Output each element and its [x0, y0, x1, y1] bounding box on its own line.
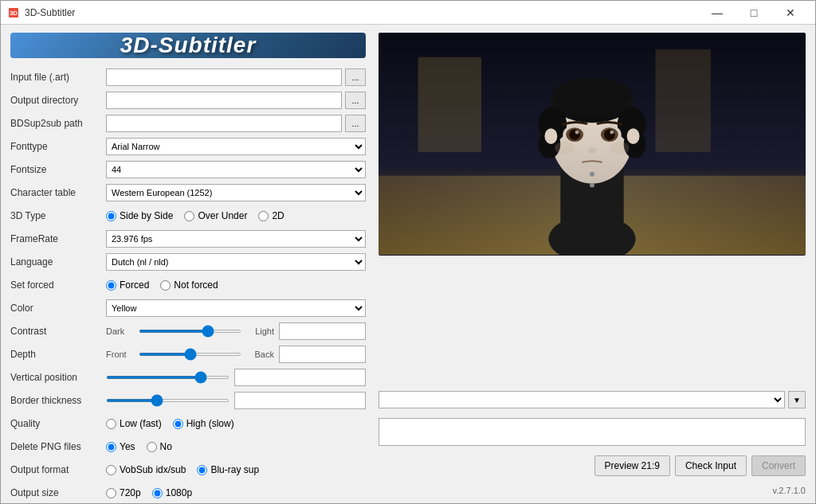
char-table-select[interactable]: Western European (1252) UTF-8: [106, 184, 366, 201]
char-table-row: Character table Western European (1252) …: [10, 183, 366, 202]
contrast-light-label: Light: [246, 326, 274, 336]
depth-label: Depth: [10, 349, 106, 360]
720p-label: 720p: [120, 487, 141, 498]
check-input-button[interactable]: Check Input: [675, 455, 747, 476]
bdsup2sub-input[interactable]: C:\Users\ \Downloads\3DSubtit: [106, 115, 342, 132]
output-dir-input[interactable]: [106, 92, 342, 109]
bluray-radio[interactable]: [197, 465, 207, 475]
preview-button[interactable]: Preview 21:9: [594, 455, 670, 476]
svg-text:3D: 3D: [10, 10, 18, 17]
quality-row: Quality Low (fast) High (slow): [10, 414, 366, 433]
border-thickness-value[interactable]: 5: [234, 392, 366, 409]
fontsize-select[interactable]: 44 32 36 40 48: [106, 161, 366, 178]
svg-point-30: [590, 183, 594, 188]
input-file-input[interactable]: [106, 68, 342, 86]
forced-radio[interactable]: [106, 280, 116, 291]
depth-slider[interactable]: [139, 353, 241, 356]
1080p-radio[interactable]: [152, 488, 163, 498]
bluray-option[interactable]: Blu-ray sup: [197, 464, 259, 475]
delete-yes-label: Yes: [120, 441, 135, 452]
fonttype-row: Fonttype Arial Narrow Arial Times New Ro…: [10, 137, 366, 156]
quality-low-radio[interactable]: [106, 419, 116, 429]
output-format-control: VobSub idx/sub Blu-ray sup: [106, 464, 366, 475]
720p-radio[interactable]: [106, 488, 116, 498]
output-format-label: Output format: [10, 464, 106, 475]
border-thickness-control: 5: [106, 392, 366, 409]
maximize-button[interactable]: □: [736, 1, 772, 25]
framerate-select[interactable]: 23.976 fps 24 fps 25 fps 29.97 fps: [106, 230, 366, 248]
char-table-label: Character table: [10, 187, 106, 198]
forced-option[interactable]: Forced: [106, 279, 149, 291]
depth-row: Depth Front Back 0: [10, 345, 366, 364]
main-content: 3D-Subtitler Input file (.art) ... Outpu…: [1, 25, 815, 503]
bdsup2sub-browse[interactable]: ...: [345, 115, 366, 132]
vertical-pos-value[interactable]: 868: [234, 369, 366, 386]
vertical-pos-slider[interactable]: [106, 376, 230, 379]
side-by-side-label: Side by Side: [120, 210, 173, 221]
depth-value[interactable]: 0: [279, 346, 366, 363]
contrast-value[interactable]: 100: [279, 322, 366, 340]
720p-option[interactable]: 720p: [106, 487, 141, 498]
fonttype-label: Fonttype: [10, 141, 106, 152]
vobsub-option[interactable]: VobSub idx/sub: [106, 464, 186, 475]
output-dir-label: Output directory: [10, 95, 106, 106]
quality-high-label: High (slow): [186, 418, 234, 429]
input-file-browse[interactable]: ...: [345, 68, 366, 86]
quality-high-radio[interactable]: [173, 419, 183, 429]
dropdown-arrow[interactable]: ▼: [788, 391, 806, 408]
delete-no-radio[interactable]: [147, 442, 157, 452]
color-label: Color: [10, 303, 106, 314]
border-thickness-slider[interactable]: [106, 399, 230, 402]
language-select[interactable]: Dutch (nl / nld) English French: [106, 253, 366, 271]
bdsup2sub-label: BDSup2sub path: [10, 118, 106, 129]
not-forced-radio[interactable]: [160, 280, 171, 291]
bdsup2sub-row: BDSup2sub path C:\Users\ \Downloads\3DSu…: [10, 114, 366, 133]
delete-yes-option[interactable]: Yes: [106, 441, 135, 452]
not-forced-option[interactable]: Not forced: [160, 279, 218, 291]
over-under-radio[interactable]: [184, 211, 194, 221]
right-lower: ▼ Preview 21:9 Check Input Convert v.2.7…: [379, 256, 806, 495]
2d-option[interactable]: 2D: [258, 210, 284, 221]
svg-rect-5: [655, 49, 710, 152]
side-by-side-option[interactable]: Side by Side: [106, 210, 173, 221]
2d-radio[interactable]: [258, 211, 269, 221]
delete-no-label: No: [160, 441, 172, 452]
delete-no-option[interactable]: No: [147, 441, 172, 452]
contrast-slider[interactable]: [139, 330, 241, 333]
quality-label: Quality: [10, 418, 106, 429]
input-file-row: Input file (.art) ...: [10, 68, 366, 87]
minimize-button[interactable]: —: [699, 1, 736, 25]
output-dir-browse[interactable]: ...: [345, 92, 366, 109]
border-thickness-label: Border thickness: [10, 395, 106, 406]
version-text: v.2.7.1.0: [773, 486, 806, 495]
color-select[interactable]: Yellow White Green Red: [106, 299, 366, 317]
svg-point-29: [590, 172, 594, 177]
forced-label: Forced: [120, 279, 149, 291]
close-button[interactable]: ✕: [772, 1, 809, 25]
1080p-option[interactable]: 1080p: [152, 487, 192, 498]
left-panel: 3D-Subtitler Input file (.art) ... Outpu…: [1, 25, 375, 503]
vertical-pos-label: Vertical position: [10, 372, 106, 383]
output-dir-control: ...: [106, 92, 366, 109]
quality-low-option[interactable]: Low (fast): [106, 418, 162, 429]
side-by-side-radio[interactable]: [106, 211, 116, 221]
fontsize-label: Fontsize: [10, 164, 106, 175]
depth-front-label: Front: [106, 350, 134, 359]
vertical-pos-row: Vertical position 868: [10, 368, 366, 387]
3d-type-row: 3D Type Side by Side Over Under 2D: [10, 206, 366, 225]
vobsub-radio[interactable]: [106, 465, 116, 475]
over-under-option[interactable]: Over Under: [184, 210, 247, 221]
fontsize-control: 44 32 36 40 48: [106, 161, 366, 178]
delete-yes-radio[interactable]: [106, 442, 116, 452]
output-size-label: Output size: [10, 487, 106, 498]
convert-button[interactable]: Convert: [751, 455, 806, 476]
svg-point-25: [555, 142, 574, 154]
fonttype-select[interactable]: Arial Narrow Arial Times New Roman: [106, 138, 366, 155]
quality-low-label: Low (fast): [120, 418, 162, 429]
delete-png-row: Delete PNG files Yes No: [10, 437, 366, 456]
quality-high-option[interactable]: High (slow): [173, 418, 234, 429]
3d-type-control: Side by Side Over Under 2D: [106, 210, 366, 221]
title-bar: 3D 3D-Subtitler — □ ✕: [1, 1, 815, 25]
svg-point-18: [569, 129, 580, 140]
right-dropdown[interactable]: [379, 391, 785, 408]
